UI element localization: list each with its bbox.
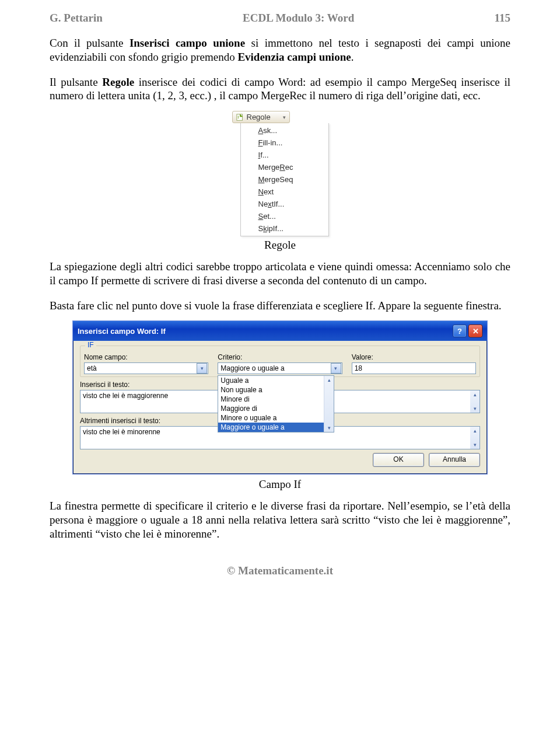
page-footer: © Matematicamente.it <box>50 564 510 577</box>
nome-campo-value: età <box>87 364 97 372</box>
svg-point-1 <box>237 116 239 117</box>
header-title: ECDL Modulo 3: Word <box>243 12 354 25</box>
group-legend: IF <box>85 341 96 349</box>
rules-menu-item[interactable]: NextIf... <box>241 198 328 210</box>
valore-value: 18 <box>355 364 362 372</box>
criterio-option[interactable]: Uguale a <box>218 376 334 385</box>
paragraph-5: La finestra permette di specificare il c… <box>50 499 510 540</box>
criterio-option[interactable]: Minore o uguale a <box>218 413 334 423</box>
criterio-value: Maggiore o uguale a <box>220 364 284 372</box>
rules-menu-item[interactable]: MergeRec <box>241 161 328 173</box>
label-valore: Valore: <box>352 353 476 361</box>
criterio-option[interactable]: Maggiore o uguale a <box>218 423 334 432</box>
paragraph-2: Il pulsante Regole inserisce dei codici … <box>50 75 510 103</box>
close-button[interactable]: ✕ <box>468 325 482 337</box>
criterio-dropdown[interactable]: Uguale aNon uguale aMinore diMaggiore di… <box>218 375 334 432</box>
criterio-option[interactable]: Minore di <box>218 395 334 404</box>
rules-menu-item[interactable]: If... <box>241 149 328 161</box>
nome-campo-combo[interactable]: età ▾ <box>84 362 208 374</box>
dialog-titlebar[interactable]: Inserisci campo Word: If ? ✕ <box>73 321 487 341</box>
valore-input[interactable]: 18 <box>352 362 476 374</box>
if-dialog: Inserisci campo Word: If ? ✕ IF Nome cam… <box>72 320 488 475</box>
rules-menu-figure: Regole ▾ Ask...Fill-in...If...MergeRecMe… <box>232 111 328 236</box>
ok-button[interactable]: OK <box>373 453 424 467</box>
paragraph-3: La spiegazione degli altri codici sarebb… <box>50 260 510 288</box>
label-criterio: Criterio: <box>218 353 342 361</box>
rules-menu-item[interactable]: MergeSeq <box>241 173 328 186</box>
rules-menu-item[interactable]: SkipIf... <box>241 222 328 235</box>
help-button[interactable]: ? <box>453 325 467 337</box>
svg-point-2 <box>237 117 239 118</box>
criterio-option[interactable]: Maggiore di <box>218 404 334 413</box>
paragraph-1: Con il pulsante Inserisci campo unione s… <box>50 36 510 64</box>
chevron-down-icon[interactable]: ▾ <box>331 363 341 374</box>
rules-ribbon-button[interactable]: Regole ▾ <box>232 111 290 123</box>
listbox-scrollbar[interactable]: ▴▾ <box>324 376 334 432</box>
figure-caption-campo-if: Campo If <box>50 478 510 491</box>
cancel-button[interactable]: Annulla <box>429 453 480 467</box>
rules-menu-item[interactable]: Set... <box>241 210 328 222</box>
textarea-scrollbar[interactable]: ▴▾ <box>470 390 480 413</box>
chevron-down-icon[interactable]: ▾ <box>197 363 207 374</box>
rules-ribbon-label: Regole <box>247 113 271 121</box>
criterio-option[interactable]: Non uguale a <box>218 385 334 395</box>
dialog-title: Inserisci campo Word: If <box>78 327 166 336</box>
rules-menu-item[interactable]: Fill-in... <box>241 137 328 149</box>
rules-dropdown-list: Ask...Fill-in...If...MergeRecMergeSeqNex… <box>240 123 329 236</box>
textarea-scrollbar[interactable]: ▴▾ <box>470 427 480 449</box>
header-author: G. Pettarin <box>50 12 103 25</box>
label-nome-campo: Nome campo: <box>84 353 208 361</box>
paragraph-4: Basta fare clic nel punto dove si vuole … <box>50 299 510 313</box>
page-header: G. Pettarin ECDL Modulo 3: Word 115 <box>50 12 510 25</box>
chevron-down-icon: ▾ <box>283 114 286 120</box>
if-groupbox: IF Nome campo: età ▾ Criterio: Maggiore … <box>80 346 480 377</box>
criterio-combo[interactable]: Maggiore o uguale a ▾ <box>218 362 342 374</box>
rules-menu-item[interactable]: Ask... <box>241 124 328 137</box>
svg-rect-0 <box>236 114 242 120</box>
rules-icon <box>236 113 244 121</box>
rules-menu-item[interactable]: Next <box>241 186 328 198</box>
header-page: 115 <box>495 12 510 25</box>
figure-caption-regole: Regole <box>50 239 510 252</box>
